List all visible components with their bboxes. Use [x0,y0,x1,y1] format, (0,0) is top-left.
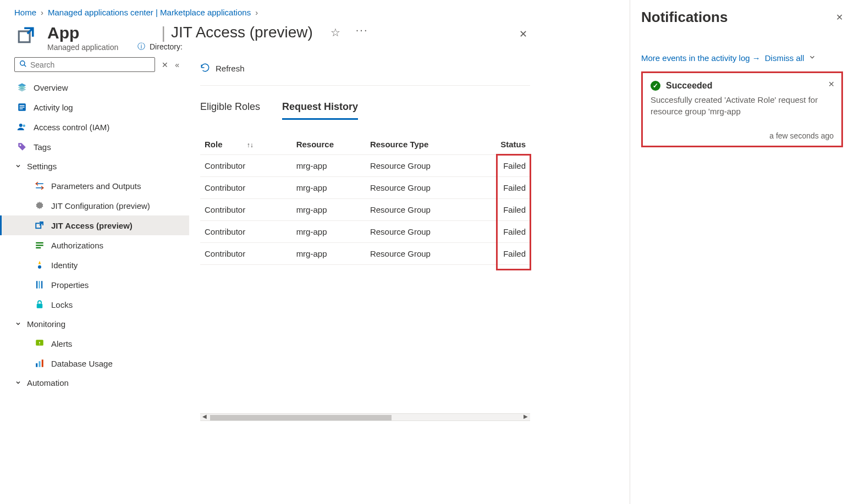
svg-point-7 [23,125,26,128]
cell-status: Failed [476,155,530,177]
close-notifications-icon[interactable]: ✕ [836,12,843,23]
collapse-sidebar-icon[interactable]: « [175,60,179,69]
sidebar-item-db-usage[interactable]: Database Usage [0,353,189,373]
cell-resource: mrg-app [292,243,366,265]
notifications-panel: Notifications ✕ More events in the activ… [630,0,854,504]
svg-rect-21 [39,361,41,367]
col-resource[interactable]: Resource [292,134,366,155]
cell-rtype: Resource Group [366,199,476,221]
sidebar-label: Overview [34,83,68,92]
sidebar-item-locks[interactable]: Locks [0,295,189,314]
cell-role: Contributor [200,199,292,221]
notification-body: Succesfully created 'Activate Role' requ… [651,94,834,117]
sidebar-label: Database Usage [51,359,113,368]
search-icon [19,60,27,69]
favorite-star-icon[interactable]: ☆ [330,24,340,39]
tags-icon [17,142,27,152]
sidebar-group-settings[interactable]: Settings [0,157,189,176]
cell-status: Failed [476,221,530,243]
cell-rtype: Resource Group [366,221,476,243]
sidebar-item-jit-config[interactable]: JIT Configuration (preview) [0,196,189,215]
svg-point-8 [20,145,21,146]
cell-resource: mrg-app [292,221,366,243]
cell-role: Contributor [200,221,292,243]
col-role[interactable]: Role ↑↓ [200,134,292,155]
success-check-icon: ✓ [651,81,660,91]
sidebar-item-activity-log[interactable]: Activity log [0,97,189,117]
table-row[interactable]: Contributormrg-appResource GroupFailed [200,155,530,177]
sidebar-item-alerts[interactable]: Alerts [0,334,189,353]
table-row[interactable]: Contributormrg-appResource GroupFailed [200,243,530,265]
table-row[interactable]: Contributormrg-appResource GroupFailed [200,199,530,221]
col-resource-type[interactable]: Resource Type [366,134,476,155]
chevron-down-icon [15,319,21,329]
sidebar-label: JIT Access (preview) [51,221,133,230]
more-events-link[interactable]: More events in the activity log → [641,53,761,63]
sidebar-label: Alerts [51,339,72,348]
svg-rect-22 [42,359,43,367]
cell-rtype: Resource Group [366,243,476,265]
cell-role: Contributor [200,155,292,177]
cell-rtype: Resource Group [366,177,476,199]
sidebar-label: Locks [51,300,73,309]
close-blade-icon[interactable]: ✕ [515,26,532,42]
svg-point-1 [20,61,25,65]
table-row[interactable]: Contributormrg-appResource GroupFailed [200,177,530,199]
svg-rect-3 [20,105,25,106]
chevron-icon: › [41,8,43,17]
chevron-icon: › [255,8,258,17]
sidebar-item-parameters[interactable]: Parameters and Outputs [0,176,189,196]
sidebar: ✕ « Overview Activity log Access control… [0,57,189,501]
svg-rect-13 [36,247,41,248]
cell-resource: mrg-app [292,177,366,199]
sidebar-group-label: Settings [27,162,57,171]
sidebar-item-properties[interactable]: Properties [0,275,189,295]
chevron-down-icon[interactable] [808,53,816,63]
sort-icon[interactable]: ↑↓ [247,141,254,149]
lock-icon [35,300,45,309]
sidebar-item-tags[interactable]: Tags [0,137,189,157]
horizontal-scrollbar[interactable]: ◀ [200,413,530,421]
activity-log-icon [17,102,27,112]
sidebar-group-monitoring[interactable]: Monitoring [0,314,189,334]
dismiss-all-link[interactable]: Dismiss all [765,53,805,63]
cell-status: Failed [476,243,530,265]
cell-resource: mrg-app [292,199,366,221]
sidebar-item-authorizations[interactable]: Authorizations [0,235,189,255]
table-row[interactable]: Contributormrg-appResource GroupFailed [200,221,530,243]
sidebar-group-label: Monitoring [27,319,65,329]
clear-search-icon[interactable]: ✕ [162,60,168,69]
svg-rect-10 [36,223,41,228]
cell-status: Failed [476,199,530,221]
tab-eligible-roles[interactable]: Eligible Roles [200,99,260,120]
refresh-icon [200,63,210,74]
svg-rect-4 [20,107,25,108]
refresh-button[interactable]: Refresh [200,57,530,86]
col-status[interactable]: Status [476,134,530,155]
close-notification-icon[interactable]: ✕ [828,80,835,88]
notification-card-title: Succeeded [666,81,712,91]
cell-role: Contributor [200,243,292,265]
chevron-down-icon [15,378,21,387]
sidebar-label: Identity [51,261,78,270]
app-title: App [47,24,118,42]
svg-rect-16 [39,281,40,289]
breadcrumb-center[interactable]: Managed applications center | Marketplac… [48,8,251,17]
sidebar-item-jit-access[interactable]: JIT Access (preview) [0,215,189,235]
cell-status: Failed [476,177,530,199]
sidebar-item-identity[interactable]: Identity [0,255,189,275]
tab-request-history[interactable]: Request History [282,99,358,120]
sidebar-group-label: Automation [27,378,69,387]
svg-rect-12 [36,245,43,246]
sidebar-search[interactable] [14,57,155,72]
sidebar-group-automation[interactable]: Automation [0,373,189,392]
svg-rect-17 [41,281,42,289]
request-history-table: Role ↑↓ Resource Resource Type Status Co… [200,134,530,265]
sidebar-item-overview[interactable]: Overview [0,77,189,97]
search-input[interactable] [30,60,150,69]
refresh-label: Refresh [216,64,245,73]
sidebar-item-iam[interactable]: Access control (IAM) [0,117,189,137]
cell-role: Contributor [200,177,292,199]
breadcrumb-home[interactable]: Home [14,8,36,17]
more-menu-icon[interactable]: ··· [356,24,368,36]
